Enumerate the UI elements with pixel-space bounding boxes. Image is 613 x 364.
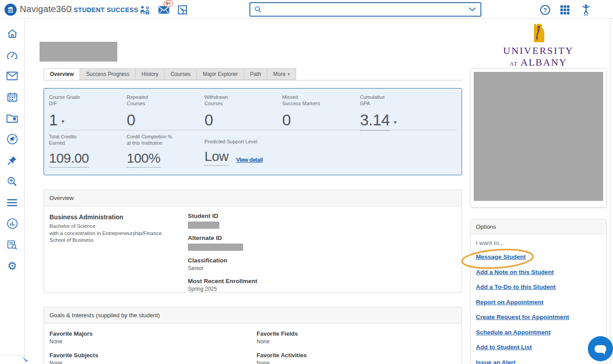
app-grid-button[interactable] <box>559 4 571 16</box>
redacted-student-name <box>40 42 117 62</box>
sidebar-item-cases[interactable] <box>6 112 18 124</box>
accessibility-button[interactable] <box>580 4 592 16</box>
tab-overview[interactable]: Overview <box>44 68 80 80</box>
sidebar-item-home[interactable] <box>6 28 18 39</box>
option-schedule-appointment[interactable]: Schedule an Appointment <box>476 329 601 336</box>
caret-down-icon[interactable]: ▾ <box>62 118 64 124</box>
option-message-student[interactable]: Message Student <box>476 253 601 260</box>
option-issue-alert[interactable]: Issue an Alert <box>476 359 601 364</box>
stat-total-credits-value: 109.00 <box>49 151 89 168</box>
sidebar-item-settings[interactable]: ⚙ <box>6 260 18 271</box>
global-search <box>249 2 481 17</box>
caret-down-icon[interactable]: ▾ <box>394 119 396 125</box>
redacted-student-id <box>188 222 219 229</box>
favorite-subjects-label: Favorite Subjects <box>49 352 98 359</box>
brand-name: Navigate360 <box>20 4 71 14</box>
tab-courses[interactable]: Courses <box>164 68 197 80</box>
sidebar-divider <box>0 355 25 355</box>
alternate-id-label: Alternate ID <box>188 235 258 241</box>
option-report-appointment[interactable]: Report on Appointment <box>476 299 601 306</box>
page-scrollbar[interactable] <box>609 19 613 364</box>
home-icon <box>7 28 18 39</box>
classification-label: Classification <box>188 257 258 264</box>
favorite-activities-label: Favorite Activities <box>257 352 307 359</box>
university-at: AT <box>510 60 518 67</box>
stat-withdrawn-courses: WithdrawnCourses 0 <box>204 94 228 129</box>
favorite-majors-value: None <box>49 338 98 345</box>
global-search-input[interactable] <box>262 3 469 16</box>
redacted-alternate-id <box>188 244 243 251</box>
degree-line: Bachelor of Science <box>49 223 184 230</box>
tab-path[interactable]: Path <box>244 68 267 80</box>
product-name: STUDENT SUCCESS <box>74 6 138 13</box>
stat-missed-markers-value: 0 <box>282 111 291 129</box>
i-want-to-label: I want to... <box>476 240 601 246</box>
view-detail-link[interactable]: View detail <box>236 157 263 163</box>
ualbany-emblem-icon <box>530 23 547 42</box>
search-icon <box>254 5 262 13</box>
top-header: Navigate360 | STUDENT SUCCESS 9+ <box>0 0 613 19</box>
student-id-label: Student ID <box>188 213 258 219</box>
megaphone-icon <box>7 133 18 145</box>
calendar-icon <box>7 92 18 102</box>
quick-popout-button[interactable] <box>176 4 189 16</box>
option-add-note[interactable]: Add a Note on this Student <box>476 269 601 275</box>
sidebar-item-dashboard[interactable] <box>6 49 18 60</box>
overview-card: Overview Business Administration Bachelo… <box>44 190 462 293</box>
option-add-todo[interactable]: Add a To-Do to this Student <box>476 284 601 290</box>
degree-line: School of Business <box>49 237 184 244</box>
folder-bookmark-icon <box>6 113 18 123</box>
stat-missed-success-markers: MissedSuccess Markers 0 <box>282 94 320 129</box>
major-name: Business Administration <box>49 213 184 221</box>
sidebar-item-conversations[interactable] <box>6 70 18 81</box>
gear-icon: ⚙ <box>7 261 17 271</box>
stat-repeated-courses: RepeatedCourses 0 <box>127 94 148 129</box>
redacted-student-photo <box>474 72 603 201</box>
envelope-icon <box>6 71 18 80</box>
bank-icon <box>7 6 14 13</box>
favorite-fields-label: Favorite Fields <box>257 330 307 337</box>
tab-major-explorer[interactable]: Major Explorer <box>197 68 244 80</box>
sidebar-item-calendar[interactable] <box>6 91 18 102</box>
option-add-to-student-list[interactable]: Add to Student List <box>476 344 601 351</box>
chat-widget-button[interactable] <box>588 336 613 361</box>
left-sidebar: ⚙ <box>0 19 25 364</box>
grid-icon <box>560 5 569 14</box>
tab-more[interactable]: More ▾ <box>267 68 296 80</box>
search-plus-icon <box>7 176 18 187</box>
sidebar-item-reports[interactable] <box>6 239 18 250</box>
goals-card: Goals & Interests (supplied by the stude… <box>44 307 462 364</box>
favorite-majors-label: Favorite Majors <box>49 330 98 337</box>
university-name-line1: UNIVERSITY <box>470 45 607 57</box>
sidebar-item-advanced-search[interactable] <box>6 176 18 187</box>
list-icon <box>7 199 18 207</box>
stat-repeated-courses-value: 0 <box>127 111 135 129</box>
sidebar-item-analytics[interactable] <box>6 218 18 229</box>
sidebar-item-pinned[interactable] <box>6 155 18 166</box>
sidebar-item-campaigns[interactable] <box>6 133 18 145</box>
gauge-icon <box>6 50 18 60</box>
staff-home-button[interactable] <box>138 4 151 16</box>
overview-card-title: Overview <box>49 195 74 201</box>
chat-bubble-icon <box>595 345 606 353</box>
tab-history[interactable]: History <box>136 68 164 80</box>
sidebar-item-lists[interactable] <box>6 197 18 208</box>
stat-gpa-value: 3.14 <box>360 111 390 131</box>
stat-cumulative-gpa: CumulativeGPA 3.14 ▾ <box>360 94 396 131</box>
navigate360-logo-icon[interactable] <box>4 4 17 16</box>
question-mark-icon: ? <box>540 5 550 15</box>
chart-circle-icon <box>7 218 18 229</box>
stat-withdrawn-courses-value: 0 <box>204 111 213 129</box>
sidebar-collapse-button[interactable] <box>23 356 28 364</box>
pushpin-icon <box>7 155 18 166</box>
option-create-request[interactable]: Create Request for Appointment <box>476 314 601 320</box>
tab-success-progress[interactable]: Success Progress <box>80 68 136 80</box>
student-stats-panel: Course GradeD/F 1 ▾ RepeatedCourses 0 Wi… <box>44 88 462 175</box>
favorite-fields-value: None <box>257 338 307 345</box>
brand-divider: | <box>70 4 72 13</box>
help-button[interactable]: ? <box>539 4 551 16</box>
search-scope-chevron-down-icon[interactable] <box>469 7 476 12</box>
university-name-line2: ALBANY <box>520 57 567 68</box>
conversations-button[interactable]: 9+ <box>157 4 170 16</box>
degree-line: with a concentration in Entrepreneurship… <box>49 230 184 237</box>
